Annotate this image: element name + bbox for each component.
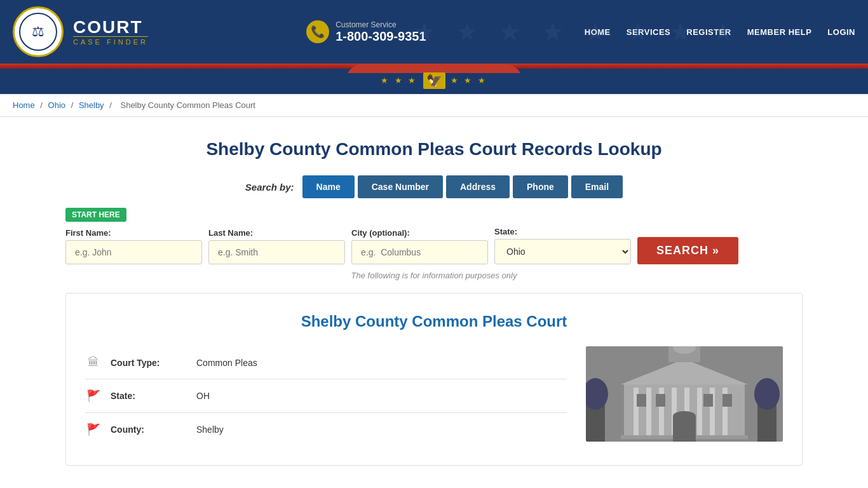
- first-name-group: First Name:: [65, 228, 202, 264]
- court-info-body: 🏛 Court Type: Common Pleas 🚩 State: OH 🚩…: [85, 346, 783, 446]
- search-by-label: Search by:: [245, 182, 294, 193]
- logo-badge: ⚖: [13, 6, 64, 57]
- county-icon: 🚩: [85, 423, 101, 437]
- tab-name[interactable]: Name: [302, 175, 355, 198]
- court-detail-county: 🚩 County: Shelby: [85, 413, 567, 446]
- court-info-title: Shelby County Common Pleas Court: [85, 313, 783, 330]
- tab-email[interactable]: Email: [571, 175, 623, 198]
- city-group: City (optional):: [351, 228, 488, 264]
- city-input[interactable]: [351, 240, 488, 264]
- state-select[interactable]: Ohio Alabama Alaska Arizona Arkansas Cal…: [494, 239, 631, 264]
- breadcrumb-sep2: /: [71, 100, 76, 110]
- nav-member-help[interactable]: MEMBER HELP: [747, 27, 812, 37]
- court-detail-state: 🚩 State: OH: [85, 379, 567, 413]
- breadcrumb: Home / Ohio / Shelby / Shelby County Com…: [0, 94, 868, 117]
- phone-info: Customer Service 1-800-309-9351: [336, 20, 426, 44]
- state-icon: 🚩: [85, 389, 101, 403]
- logo-court-text: COURT: [73, 18, 148, 36]
- main-content: Shelby County Common Pleas Court Records…: [53, 117, 815, 478]
- court-type-label: Court Type:: [111, 358, 187, 368]
- tab-case-number[interactable]: Case Number: [358, 175, 443, 198]
- svg-rect-20: [656, 394, 665, 407]
- court-type-icon: 🏛: [85, 356, 101, 369]
- svg-rect-7: [646, 388, 651, 442]
- phone-area: 📞 Customer Service 1-800-309-9351: [306, 20, 426, 44]
- court-type-value: Common Pleas: [196, 358, 257, 368]
- county-detail-value: Shelby: [196, 424, 224, 435]
- first-name-input[interactable]: [65, 240, 202, 264]
- svg-point-24: [673, 411, 696, 421]
- eagle-icon: 🦅: [423, 72, 445, 89]
- stars-left: ★ ★ ★: [381, 76, 417, 85]
- nav-login[interactable]: LOGIN: [827, 27, 855, 37]
- nav-register[interactable]: REGISTER: [686, 27, 731, 37]
- search-by-row: Search by: Name Case Number Address Phon…: [65, 175, 803, 198]
- breadcrumb-current: Shelby County Common Pleas Court: [120, 100, 255, 110]
- court-detail-type: 🏛 Court Type: Common Pleas: [85, 346, 567, 379]
- search-button[interactable]: SEARCH »: [637, 237, 738, 264]
- page-title: Shelby County Common Pleas Court Records…: [65, 139, 803, 159]
- phone-number: 1-800-309-9351: [336, 29, 426, 44]
- breadcrumb-shelby[interactable]: Shelby: [79, 100, 104, 110]
- logo-text-block: COURT CASE FINDER: [73, 18, 148, 46]
- court-image: [586, 346, 783, 442]
- site-header: ★ ★ ★ ★ ★ ★ ★ ★ ⚖ COURT CASE FINDER 📞 Cu…: [0, 0, 868, 64]
- city-label: City (optional):: [351, 228, 488, 238]
- breadcrumb-sep3: /: [109, 100, 114, 110]
- state-detail-label: State:: [111, 391, 187, 401]
- state-label: State:: [494, 227, 631, 236]
- main-nav: HOME SERVICES REGISTER MEMBER HELP LOGIN: [585, 27, 855, 37]
- nav-services[interactable]: SERVICES: [627, 27, 671, 37]
- breadcrumb-sep1: /: [40, 100, 44, 110]
- state-detail-value: OH: [196, 391, 210, 401]
- start-here-badge: START HERE: [65, 208, 126, 222]
- stars-right: ★ ★ ★: [451, 76, 487, 85]
- tab-address[interactable]: Address: [446, 175, 510, 198]
- court-details: 🏛 Court Type: Common Pleas 🚩 State: OH 🚩…: [85, 346, 567, 446]
- logo-area: ⚖ COURT CASE FINDER: [13, 6, 148, 57]
- svg-rect-19: [637, 394, 646, 407]
- svg-rect-21: [703, 394, 713, 407]
- phone-label: Customer Service: [336, 20, 426, 29]
- courthouse-illustration: [586, 346, 783, 442]
- logo-subtitle-text: CASE FINDER: [73, 36, 148, 46]
- search-form: First Name: Last Name: City (optional): …: [65, 227, 803, 264]
- last-name-input[interactable]: [208, 240, 345, 264]
- disclaimer-text: The following is for information purpose…: [65, 271, 803, 280]
- breadcrumb-home[interactable]: Home: [13, 100, 35, 110]
- state-group: State: Ohio Alabama Alaska Arizona Arkan…: [494, 227, 631, 264]
- last-name-group: Last Name:: [208, 228, 345, 264]
- logo-inner-circle: ⚖: [19, 13, 57, 51]
- first-name-label: First Name:: [65, 228, 202, 238]
- svg-rect-22: [722, 394, 732, 407]
- svg-point-4: [754, 378, 780, 410]
- nav-home[interactable]: HOME: [585, 27, 611, 37]
- svg-rect-11: [697, 388, 702, 442]
- tab-phone[interactable]: Phone: [513, 175, 568, 198]
- scales-icon: ⚖: [32, 24, 44, 40]
- court-info-section: Shelby County Common Pleas Court 🏛 Court…: [65, 293, 803, 466]
- last-name-label: Last Name:: [208, 228, 345, 238]
- phone-icon: 📞: [306, 20, 329, 43]
- breadcrumb-ohio[interactable]: Ohio: [48, 100, 65, 110]
- county-detail-label: County:: [111, 424, 187, 435]
